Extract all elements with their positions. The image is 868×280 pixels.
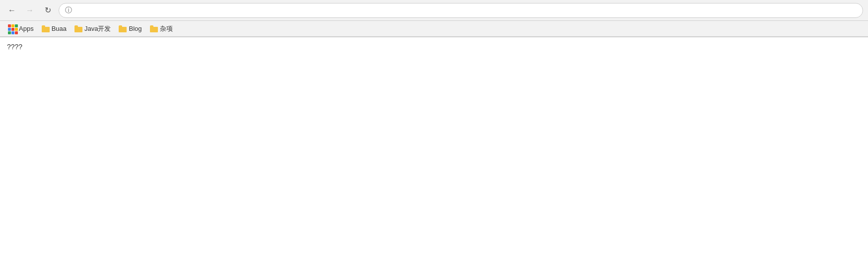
folder-icon-java <box>74 25 82 32</box>
bookmark-buaa-label: Buaa <box>52 25 67 32</box>
bookmark-apps[interactable]: Apps <box>5 23 37 35</box>
info-icon: ⓘ <box>65 6 72 15</box>
bookmark-blog-label: Blog <box>129 25 142 32</box>
back-button[interactable]: ← <box>5 3 19 17</box>
refresh-button[interactable]: ↻ <box>41 3 55 17</box>
bookmark-buaa[interactable]: Buaa <box>39 23 70 34</box>
bookmark-misc-label: 杂项 <box>160 24 173 33</box>
folder-icon-misc <box>150 25 158 32</box>
bookmark-apps-label: Apps <box>19 25 34 32</box>
bookmark-java[interactable]: Java开发 <box>72 23 114 35</box>
bookmarks-bar: Apps Buaa Java开发 Blog 杂项 <box>0 21 868 37</box>
bookmark-misc[interactable]: 杂项 <box>147 23 176 35</box>
bookmark-blog[interactable]: Blog <box>116 23 145 34</box>
url-input[interactable]: localhost:8080/HelloServlet_war_exploded… <box>75 6 857 14</box>
folder-icon-blog <box>119 25 127 32</box>
bookmark-java-label: Java开发 <box>84 24 111 33</box>
folder-icon-buaa <box>42 25 50 32</box>
page-body-text: ???? <box>7 43 22 51</box>
browser-chrome: ← → ↻ ⓘ localhost:8080/HelloServlet_war_… <box>0 0 868 37</box>
apps-grid-icon <box>8 24 17 33</box>
browser-toolbar: ← → ↻ ⓘ localhost:8080/HelloServlet_war_… <box>0 0 868 21</box>
forward-button[interactable]: → <box>23 3 37 17</box>
page-content: ???? <box>0 37 868 276</box>
address-bar[interactable]: ⓘ localhost:8080/HelloServlet_war_explod… <box>59 3 863 18</box>
